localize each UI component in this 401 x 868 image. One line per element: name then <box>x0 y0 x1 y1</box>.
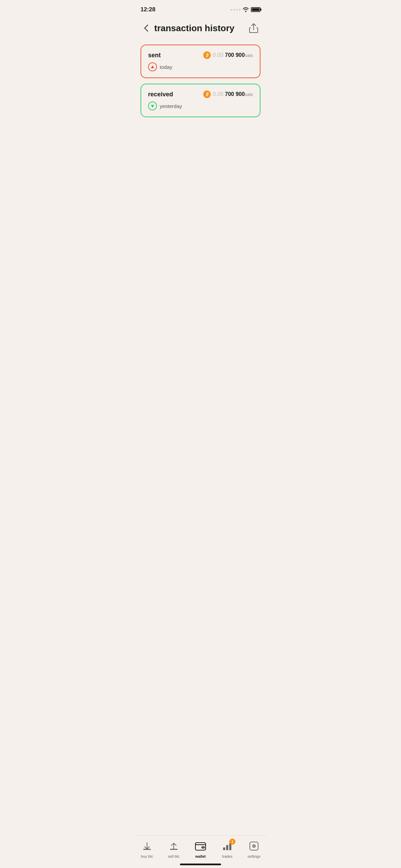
share-button[interactable] <box>247 21 260 35</box>
transaction-date-sent: today <box>160 64 172 70</box>
up-arrow-icon <box>151 65 154 68</box>
down-arrow-icon <box>151 105 154 108</box>
amount-value-received: 700 900 <box>225 91 245 97</box>
amount-unit-received: sats <box>245 92 253 97</box>
transaction-type-sent: sent <box>148 52 161 59</box>
direction-icon-sent <box>148 62 157 71</box>
transaction-amount-received: ₿ 0.00 700 900sats <box>203 91 253 98</box>
amount-faded-received: 0.00 <box>213 91 223 97</box>
back-button[interactable] <box>141 23 151 34</box>
transaction-date-received: yesterday <box>160 103 182 109</box>
btc-icon-received: ₿ <box>203 91 211 98</box>
status-icons <box>231 7 260 12</box>
wifi-icon <box>243 7 249 12</box>
amount-faded-sent: 0.00 <box>213 52 223 58</box>
btc-icon-sent: ₿ <box>203 51 211 59</box>
battery-icon <box>251 7 260 12</box>
signal-icon <box>231 9 241 11</box>
amount-unit-sent: sats <box>245 53 253 58</box>
transaction-amount-sent: ₿ 0.00 700 900sats <box>203 51 253 59</box>
transaction-type-received: received <box>148 91 173 98</box>
status-bar: 12:28 <box>134 0 267 17</box>
page-title: transaction history <box>154 23 234 34</box>
status-time: 12:28 <box>141 6 155 13</box>
transaction-card-sent[interactable]: sent ₿ 0.00 700 900sats today <box>141 45 260 78</box>
amount-value-sent: 700 900 <box>225 52 245 58</box>
direction-icon-received <box>148 101 157 110</box>
header: transaction history <box>134 17 267 42</box>
transaction-card-received[interactable]: received ₿ 0.00 700 900sats yesterday <box>141 84 260 117</box>
transactions-container: sent ₿ 0.00 700 900sats today received ₿ <box>134 42 267 120</box>
